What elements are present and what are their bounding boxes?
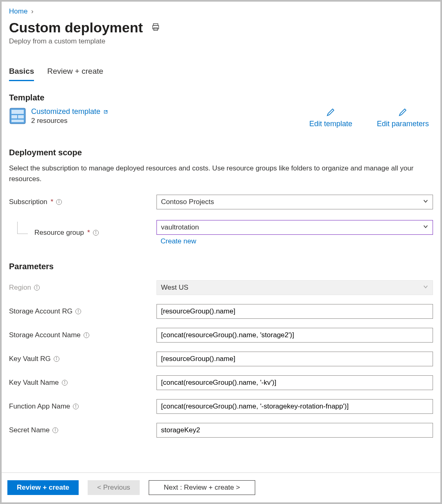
required-indicator: * <box>51 198 54 206</box>
storage-account-name-input[interactable] <box>156 328 433 343</box>
svg-point-13 <box>95 231 96 232</box>
section-template-heading: Template <box>9 93 433 102</box>
edit-parameters-label: Edit parameters <box>377 120 429 128</box>
info-icon[interactable] <box>56 199 62 205</box>
svg-point-25 <box>56 357 57 358</box>
resource-group-select[interactable]: vaultrotation <box>156 220 433 235</box>
breadcrumb-home[interactable]: Home <box>9 7 27 15</box>
edit-parameters-button[interactable]: Edit parameters <box>377 107 429 128</box>
previous-button: < Previous <box>88 480 140 495</box>
tree-connector <box>17 222 28 234</box>
footer: Review + create < Previous Next : Review… <box>2 472 440 502</box>
info-icon[interactable] <box>93 229 99 236</box>
svg-point-19 <box>78 310 78 310</box>
tab-basics[interactable]: Basics <box>9 67 34 81</box>
create-new-link[interactable]: Create new <box>161 237 196 245</box>
info-icon[interactable] <box>75 308 82 315</box>
function-app-name-label: Function App Name <box>9 402 70 411</box>
svg-rect-6 <box>18 115 24 118</box>
edit-icon <box>398 107 408 117</box>
svg-rect-7 <box>11 120 24 122</box>
resource-group-label: Resource group <box>34 229 84 237</box>
svg-point-22 <box>86 334 86 334</box>
storage-account-name-label: Storage Account Name <box>9 331 81 339</box>
template-icon <box>9 107 26 125</box>
svg-point-10 <box>59 200 59 201</box>
customized-template-link[interactable]: Customized template <box>31 107 109 116</box>
key-vault-name-label: Key Vault Name <box>9 379 59 387</box>
info-icon[interactable] <box>73 403 79 410</box>
info-icon[interactable] <box>83 332 90 338</box>
tab-bar: Basics Review + create <box>9 67 433 82</box>
required-indicator: * <box>87 229 90 237</box>
svg-point-28 <box>64 381 65 381</box>
region-value: West US <box>161 284 188 292</box>
section-parameters-heading: Parameters <box>9 262 433 271</box>
scope-description: Select the subscription to manage deploy… <box>9 163 419 184</box>
next-button[interactable]: Next : Review + create > <box>149 480 255 495</box>
svg-rect-4 <box>11 110 24 114</box>
svg-point-16 <box>36 286 37 286</box>
svg-rect-5 <box>11 115 17 118</box>
subscription-select[interactable]: Contoso Projects <box>156 195 433 209</box>
page-subtitle: Deploy from a custom template <box>9 37 433 45</box>
secret-name-label: Secret Name <box>9 426 50 434</box>
template-resource-count: 2 resources <box>31 117 309 125</box>
print-icon[interactable] <box>151 23 160 33</box>
info-icon[interactable] <box>61 379 68 386</box>
edit-template-button[interactable]: Edit template <box>309 107 352 128</box>
customized-template-link-text: Customized template <box>31 107 100 116</box>
edit-icon <box>326 107 335 117</box>
section-scope-heading: Deployment scope <box>9 148 433 157</box>
svg-point-31 <box>76 405 76 405</box>
info-icon[interactable] <box>34 284 40 291</box>
svg-point-34 <box>55 429 56 429</box>
edit-template-label: Edit template <box>309 120 352 128</box>
function-app-name-input[interactable] <box>156 399 433 414</box>
region-label: Region <box>9 284 31 292</box>
chevron-right-icon: › <box>31 7 34 15</box>
storage-account-rg-input[interactable] <box>156 304 433 319</box>
info-icon[interactable] <box>53 356 60 362</box>
breadcrumb: Home › <box>9 7 433 16</box>
open-external-icon <box>103 109 109 115</box>
secret-name-input[interactable] <box>156 423 433 438</box>
chevron-down-icon <box>423 223 428 232</box>
page-title: Custom deployment <box>9 20 143 36</box>
subscription-label: Subscription <box>9 198 48 206</box>
key-vault-rg-label: Key Vault RG <box>9 355 51 363</box>
tab-review[interactable]: Review + create <box>47 67 103 81</box>
chevron-down-icon <box>423 198 428 206</box>
storage-account-rg-label: Storage Account RG <box>9 307 73 316</box>
subscription-value: Contoso Projects <box>161 198 214 206</box>
review-create-button[interactable]: Review + create <box>7 480 79 495</box>
region-select: West US <box>156 280 433 295</box>
resource-group-value: vaultrotation <box>161 223 199 232</box>
key-vault-rg-input[interactable] <box>156 352 433 366</box>
info-icon[interactable] <box>52 427 59 434</box>
key-vault-name-input[interactable] <box>156 375 433 390</box>
chevron-down-icon <box>423 284 428 292</box>
